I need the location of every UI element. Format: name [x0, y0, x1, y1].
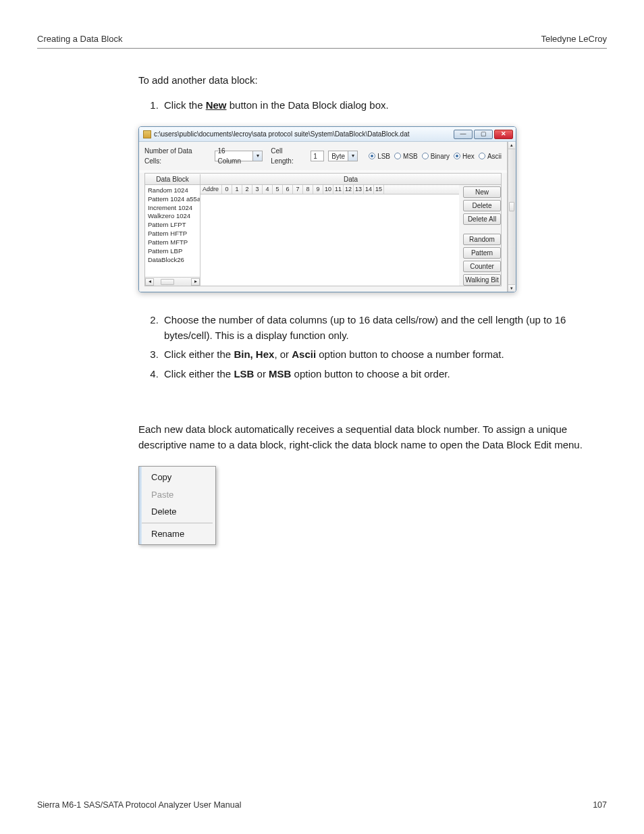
- scroll-down-icon[interactable]: ▾: [508, 284, 515, 292]
- data-grid[interactable]: Addre 0 1 2 3 4 5 6 7: [200, 185, 459, 286]
- radio-lsb[interactable]: LSB: [369, 151, 390, 161]
- footer-left: Sierra M6-1 SAS/SATA Protocol Analyzer U…: [37, 800, 241, 810]
- cell-length-unit-combo[interactable]: Byte ▾: [328, 151, 358, 161]
- dialog-title-path: c:\users\public\documents\lecroy\sata pr…: [154, 129, 454, 139]
- step1-suffix: button in the Data Block dialog box.: [227, 99, 389, 111]
- format-group: Binary Hex Ascii: [422, 151, 502, 161]
- radio-binary[interactable]: Binary: [422, 151, 450, 161]
- col-header: 7: [293, 185, 303, 194]
- scroll-up-icon[interactable]: ▴: [508, 142, 515, 149]
- step3-b2: Ascii: [292, 348, 316, 360]
- maximize-button[interactable]: ▢: [474, 130, 493, 139]
- delete-all-button[interactable]: Delete All: [463, 213, 501, 225]
- radio-hex[interactable]: Hex: [454, 151, 475, 161]
- dialog-v-scrollbar[interactable]: ▴ ▾: [507, 142, 516, 292]
- col-header: 4: [263, 185, 273, 194]
- ctx-delete[interactable]: Delete: [139, 503, 215, 521]
- ctx-rename[interactable]: Rename: [139, 525, 215, 543]
- datablock-tab[interactable]: Data Block: [145, 174, 200, 184]
- random-button[interactable]: Random: [463, 234, 501, 245]
- context-menu: Copy Paste Delete Rename: [138, 466, 216, 545]
- step1-prefix: Click the: [164, 99, 206, 111]
- radio-dot-icon: [422, 153, 429, 159]
- radio-binary-label: Binary: [431, 151, 450, 161]
- chevron-down-icon[interactable]: ▾: [252, 151, 262, 161]
- radio-msb[interactable]: MSB: [394, 151, 418, 161]
- radio-dot-icon: [454, 153, 460, 159]
- data-tab: Data: [200, 174, 501, 184]
- list-item[interactable]: Walkzero 1024: [148, 212, 198, 221]
- col-header: 9: [313, 185, 323, 194]
- scroll-right-icon[interactable]: ▸: [191, 278, 200, 286]
- page-header-left: Creating a Data Block: [37, 34, 122, 44]
- list-item[interactable]: Pattern LBP: [148, 247, 198, 256]
- step4-p2: or: [254, 368, 269, 380]
- close-button[interactable]: ✕: [494, 130, 513, 139]
- step-2: Choose the number of data columns (up to…: [161, 313, 593, 343]
- scroll-thumb[interactable]: [509, 202, 514, 211]
- col-header: 6: [283, 185, 293, 194]
- chevron-down-icon[interactable]: ▾: [348, 151, 357, 161]
- col-header: 14: [364, 185, 374, 194]
- minimize-button[interactable]: —: [454, 130, 473, 139]
- radio-msb-label: MSB: [403, 151, 418, 161]
- step-4: Click either the LSB or MSB option butto…: [161, 367, 593, 382]
- col-header: 11: [333, 185, 344, 194]
- step3-b: Bin, Hex: [234, 348, 274, 360]
- walking-bit-button[interactable]: Walking Bit: [463, 274, 501, 286]
- num-cells-combo[interactable]: 16 Column ▾: [215, 151, 263, 161]
- menu-separator: [142, 523, 213, 523]
- radio-hex-label: Hex: [462, 151, 475, 161]
- step3-p1: Click either the: [164, 348, 234, 360]
- radio-ascii-label: Ascii: [487, 151, 502, 161]
- radio-lsb-label: LSB: [377, 151, 390, 161]
- step1-new-word: New: [206, 99, 227, 111]
- page-header-right: Teledyne LeCroy: [541, 34, 607, 44]
- col-header: 0: [222, 185, 232, 194]
- col-header: 8: [303, 185, 313, 194]
- radio-dot-icon: [369, 153, 375, 159]
- bit-order-group: LSB MSB: [369, 151, 418, 161]
- ctx-paste: Paste: [139, 486, 215, 504]
- list-item[interactable]: Pattern 1024 a55a: [148, 195, 198, 204]
- col-header: 2: [242, 185, 252, 194]
- col-header: 3: [252, 185, 263, 194]
- list-item[interactable]: DataBlock26: [148, 256, 198, 265]
- radio-ascii[interactable]: Ascii: [479, 151, 502, 161]
- step4-p3: option button to choose a bit order.: [291, 368, 450, 380]
- cell-length-unit: Byte: [329, 151, 348, 161]
- menu-gutter: [139, 467, 142, 544]
- list-item[interactable]: Random 1024: [148, 186, 198, 195]
- num-cells-label: Number of Data Cells:: [144, 146, 211, 166]
- scroll-left-icon[interactable]: ◂: [145, 278, 154, 286]
- step-3: Click either the Bin, Hex, or Ascii opti…: [161, 347, 593, 363]
- step-1: Click the New button in the Data Block d…: [161, 98, 593, 113]
- addr-col-header: Addre: [200, 185, 222, 194]
- step3-p3: option button to choose a number format.: [316, 348, 504, 360]
- radio-dot-icon: [479, 153, 485, 159]
- step4-b2: MSB: [269, 368, 291, 380]
- col-header: 15: [374, 185, 384, 194]
- pattern-button[interactable]: Pattern: [463, 247, 501, 259]
- step4-b: LSB: [234, 368, 254, 380]
- scroll-thumb[interactable]: [161, 279, 174, 285]
- footer-page-number: 107: [593, 800, 607, 810]
- list-item[interactable]: Pattern MFTP: [148, 238, 198, 247]
- list-item[interactable]: Pattern LFPT: [148, 221, 198, 230]
- cell-length-value[interactable]: 1: [311, 151, 324, 161]
- ctx-copy[interactable]: Copy: [139, 469, 215, 486]
- col-header: 13: [354, 185, 364, 194]
- list-item[interactable]: Increment 1024: [148, 204, 198, 213]
- num-cells-value: 16 Column: [215, 146, 253, 166]
- datablock-list[interactable]: Random 1024 Pattern 1024 a55a Increment …: [145, 185, 200, 286]
- app-icon: [143, 130, 151, 138]
- list-item[interactable]: Pattern HFTP: [148, 230, 198, 238]
- col-header: 10: [323, 185, 333, 194]
- col-header: 1: [232, 185, 242, 194]
- dialog-titlebar[interactable]: c:\users\public\documents\lecroy\sata pr…: [139, 127, 516, 142]
- delete-button[interactable]: Delete: [463, 200, 501, 211]
- step3-p2: , or: [274, 348, 292, 360]
- new-button[interactable]: New: [463, 186, 501, 198]
- list-h-scrollbar[interactable]: ◂ ▸: [145, 277, 200, 286]
- counter-button[interactable]: Counter: [463, 261, 501, 272]
